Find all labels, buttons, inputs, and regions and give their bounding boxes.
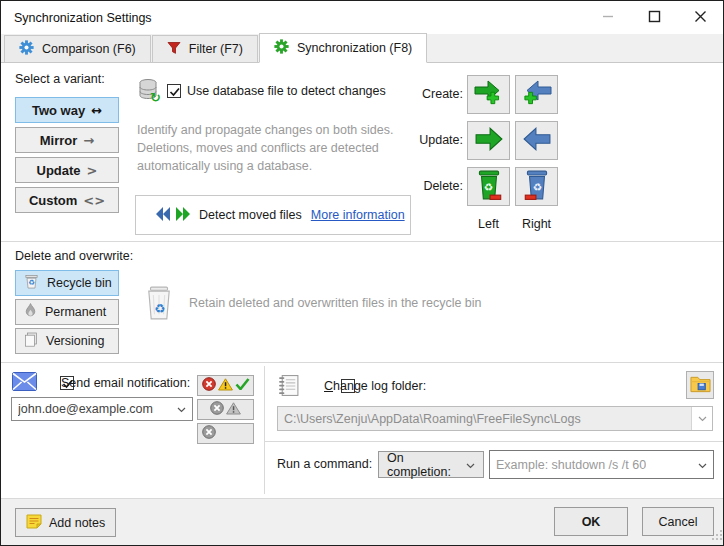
cancel-label: Cancel — [659, 515, 698, 529]
warning-icon — [218, 378, 233, 394]
delete-right-button[interactable]: ♻ — [515, 167, 558, 206]
left-column-label: Left — [467, 217, 510, 231]
command-input-combo[interactable]: Example: shutdown /s /t 60 — [489, 450, 714, 479]
tab-filter[interactable]: Filter (F7) — [152, 35, 258, 62]
funnel-red-icon — [167, 41, 181, 58]
separator-top — [1, 241, 724, 242]
add-notes-label: Add notes — [49, 516, 105, 530]
delete-left-button[interactable]: ♻ — [467, 167, 510, 206]
folder-icon — [690, 375, 711, 396]
svg-text:♻: ♻ — [154, 301, 165, 316]
retain-description: Retain deleted and overwritten files in … — [189, 296, 482, 310]
update-arrow-icon: > — [87, 163, 98, 178]
notify-errors-only-button[interactable] — [197, 423, 254, 444]
detect-moved-files-label: Detect moved files — [199, 208, 302, 222]
variant-two-way-button[interactable]: Two way↔ — [15, 97, 119, 123]
notify-always-button[interactable] — [197, 375, 254, 396]
email-address-value: john.doe@example.com — [18, 402, 153, 416]
right-column-label: Right — [515, 217, 558, 231]
svg-text:♻: ♻ — [532, 181, 542, 194]
use-database-label: Use database file to detect changes — [187, 84, 386, 98]
synchronization-tab-page: Select a variant: Two way↔ Mirror→ Updat… — [1, 63, 724, 498]
variant-mirror-button[interactable]: Mirror→ — [15, 127, 119, 153]
svg-text:♻: ♻ — [483, 181, 493, 194]
close-icon — [694, 10, 707, 26]
custom-arrows-icon: <> — [83, 193, 105, 208]
trash-green-minus-icon: ♻ — [475, 169, 503, 204]
success-icon — [235, 378, 250, 393]
update-right-to-left-button[interactable] — [515, 121, 558, 160]
create-right-to-left-button[interactable] — [515, 75, 558, 114]
variant-custom-button[interactable]: Custom<> — [15, 187, 119, 213]
separator-vertical — [264, 366, 265, 494]
variant-mirror-label: Mirror — [40, 133, 78, 148]
recycle-bin-label: Recycle bin — [47, 276, 112, 290]
chevron-down-icon — [691, 407, 712, 430]
cancel-button[interactable]: Cancel — [642, 507, 714, 536]
update-label: Update: — [403, 133, 463, 147]
window-controls — [585, 1, 723, 34]
ok-label: OK — [582, 515, 601, 529]
database-icon: ↻ — [138, 78, 162, 105]
versioning-button[interactable]: Versioning — [15, 328, 119, 354]
resize-grip[interactable] — [711, 529, 723, 544]
email-envelope-icon — [12, 372, 37, 394]
maximize-button[interactable] — [631, 1, 677, 34]
versions-icon — [24, 332, 38, 350]
flame-icon — [24, 303, 37, 321]
tab-synchronization[interactable]: Synchronization (F8) — [259, 33, 427, 63]
update-left-to-right-button[interactable] — [467, 121, 510, 160]
chevron-down-icon — [466, 458, 475, 472]
error-icon-gray — [202, 425, 216, 442]
tab-filter-label: Filter (F7) — [189, 42, 243, 56]
change-log-folder-label: Change log folder: — [324, 379, 426, 393]
command-placeholder: Example: shutdown /s /t 60 — [496, 458, 646, 472]
versioning-label: Versioning — [46, 334, 104, 348]
arrow-left-blue-plus-icon — [522, 79, 552, 110]
create-label: Create: — [403, 87, 463, 101]
svg-text:♻: ♻ — [28, 278, 35, 287]
add-notes-button[interactable]: Add notes — [15, 508, 116, 537]
more-information-link[interactable]: More information — [311, 208, 405, 222]
window-title: Synchronization Settings — [1, 11, 152, 25]
arrow-left-blue-icon — [523, 127, 551, 154]
minimize-button[interactable] — [585, 1, 631, 34]
send-email-label: Send email notification: — [61, 376, 190, 390]
variant-description: Identify and propagate changes on both s… — [137, 121, 413, 175]
ok-button[interactable]: OK — [554, 507, 628, 536]
minimize-icon — [602, 10, 614, 25]
svg-text:↻: ↻ — [150, 90, 161, 102]
use-database-checkbox[interactable] — [167, 84, 181, 98]
tab-bar: Comparison (F6) Filter (F7) Synchronizat… — [1, 34, 723, 63]
recycle-bin-large-icon: ♻ — [144, 286, 174, 323]
error-icon-gray — [210, 401, 224, 418]
arrow-right-green-icon — [475, 127, 503, 154]
create-left-to-right-button[interactable] — [467, 75, 510, 114]
delete-overwrite-label: Delete and overwrite: — [15, 249, 133, 263]
error-icon — [202, 377, 216, 394]
run-command-label: Run a command: — [277, 457, 372, 471]
moved-files-arrows-icon — [156, 206, 190, 225]
permanent-button[interactable]: Permanent — [15, 299, 119, 325]
close-button[interactable] — [677, 1, 723, 34]
email-address-combo[interactable]: john.doe@example.com — [11, 397, 193, 421]
select-variant-label: Select a variant: — [15, 72, 105, 86]
command-trigger-value: On completion: — [387, 451, 466, 479]
separator-middle — [1, 362, 724, 363]
chevron-down-icon — [692, 458, 707, 472]
browse-log-folder-button[interactable] — [686, 371, 714, 399]
variant-update-button[interactable]: Update> — [15, 157, 119, 183]
chevron-down-icon — [171, 402, 186, 416]
notify-errors-warnings-button[interactable] — [197, 399, 254, 420]
delete-label: Delete: — [403, 179, 463, 193]
recycle-bin-button[interactable]: ♻ Recycle bin — [15, 270, 119, 296]
synchronization-settings-dialog: Synchronization Settings Comparison (F6)… — [0, 0, 724, 546]
command-trigger-dropdown[interactable]: On completion: — [378, 451, 484, 478]
variant-custom-label: Custom — [29, 193, 77, 208]
variant-update-label: Update — [37, 163, 81, 178]
trash-blue-minus-icon: ♻ — [523, 169, 551, 204]
title-bar: Synchronization Settings — [1, 1, 723, 34]
tab-comparison[interactable]: Comparison (F6) — [4, 35, 151, 62]
checkmark-icon — [168, 85, 182, 99]
log-folder-path-combo: C:\Users\Zenju\AppData\Roaming\FreeFileS… — [277, 406, 713, 431]
